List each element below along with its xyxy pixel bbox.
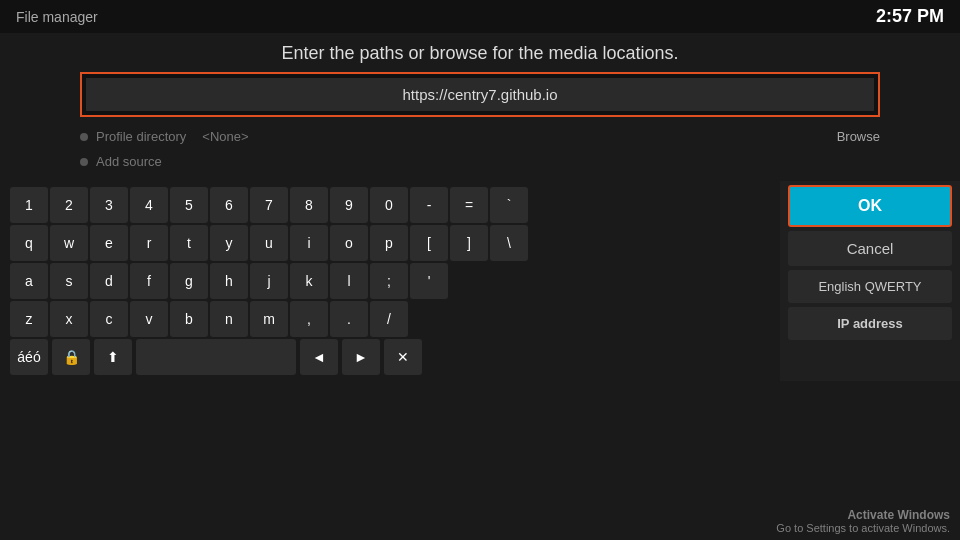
key-9[interactable]: 9 (330, 187, 368, 223)
key-8[interactable]: 8 (290, 187, 328, 223)
right-panel: OK Cancel English QWERTY IP address (780, 181, 960, 381)
browse-button[interactable]: Browse (837, 129, 880, 144)
key-quote[interactable]: ' (410, 263, 448, 299)
key-backslash[interactable]: \ (490, 225, 528, 261)
add-source-label: Add source (96, 154, 162, 169)
key-5[interactable]: 5 (170, 187, 208, 223)
cancel-button[interactable]: Cancel (788, 231, 952, 266)
key-z[interactable]: z (10, 301, 48, 337)
add-source-dot (80, 158, 88, 166)
activate-windows-watermark: Activate Windows Go to Settings to activ… (776, 508, 950, 534)
key-p[interactable]: p (370, 225, 408, 261)
key-m[interactable]: m (250, 301, 288, 337)
key-comma[interactable]: , (290, 301, 328, 337)
key-e[interactable]: e (90, 225, 128, 261)
key-semicolon[interactable]: ; (370, 263, 408, 299)
profile-label: Profile directory (96, 129, 186, 144)
key-7[interactable]: 7 (250, 187, 288, 223)
key-w[interactable]: w (50, 225, 88, 261)
key-backtick[interactable]: ` (490, 187, 528, 223)
profile-value: <None> (202, 129, 248, 144)
key-t[interactable]: t (170, 225, 208, 261)
key-r[interactable]: r (130, 225, 168, 261)
key-s[interactable]: s (50, 263, 88, 299)
key-row-asdf: a s d f g h j k l ; ' (8, 263, 772, 299)
instruction-text: Enter the paths or browse for the media … (0, 33, 960, 72)
key-f[interactable]: f (130, 263, 168, 299)
key-c[interactable]: c (90, 301, 128, 337)
activate-windows-title: Activate Windows (776, 508, 950, 522)
key-lbracket[interactable]: [ (410, 225, 448, 261)
key-h[interactable]: h (210, 263, 248, 299)
app-title: File manager (16, 9, 98, 25)
key-1[interactable]: 1 (10, 187, 48, 223)
ip-address-button[interactable]: IP address (788, 307, 952, 340)
ok-button[interactable]: OK (788, 185, 952, 227)
header: File manager 2:57 PM (0, 0, 960, 33)
key-j[interactable]: j (250, 263, 288, 299)
key-y[interactable]: y (210, 225, 248, 261)
key-i[interactable]: i (290, 225, 328, 261)
key-3[interactable]: 3 (90, 187, 128, 223)
key-2[interactable]: 2 (50, 187, 88, 223)
key-space[interactable] (136, 339, 296, 375)
key-equals[interactable]: = (450, 187, 488, 223)
key-period[interactable]: . (330, 301, 368, 337)
url-input[interactable] (86, 78, 874, 111)
key-row-qwerty: q w e r t y u i o p [ ] \ (8, 225, 772, 261)
key-rbracket[interactable]: ] (450, 225, 488, 261)
layout-button[interactable]: English QWERTY (788, 270, 952, 303)
keyboard-area: 1 2 3 4 5 6 7 8 9 0 - = ` q w e r t y u … (0, 181, 960, 381)
url-input-wrapper[interactable] (80, 72, 880, 117)
key-backspace-icon[interactable]: ✕ (384, 339, 422, 375)
profile-dot (80, 133, 88, 141)
key-slash[interactable]: / (370, 301, 408, 337)
keyboard: 1 2 3 4 5 6 7 8 9 0 - = ` q w e r t y u … (0, 181, 780, 381)
key-4[interactable]: 4 (130, 187, 168, 223)
key-q[interactable]: q (10, 225, 48, 261)
profile-row: Profile directory <None> Browse (0, 123, 960, 150)
key-row-numbers: 1 2 3 4 5 6 7 8 9 0 - = ` (8, 187, 772, 223)
activate-windows-subtitle: Go to Settings to activate Windows. (776, 522, 950, 534)
key-minus[interactable]: - (410, 187, 448, 223)
key-x[interactable]: x (50, 301, 88, 337)
clock: 2:57 PM (876, 6, 944, 27)
special-key-row: áéó 🔒 ⬆ ◄ ► ✕ (8, 339, 772, 375)
key-b[interactable]: b (170, 301, 208, 337)
key-accent[interactable]: áéó (10, 339, 48, 375)
key-shift-lock[interactable]: 🔒 (52, 339, 90, 375)
key-right[interactable]: ► (342, 339, 380, 375)
key-u[interactable]: u (250, 225, 288, 261)
key-row-zxcv: z x c v b n m , . / (8, 301, 772, 337)
key-k[interactable]: k (290, 263, 328, 299)
add-source-row[interactable]: Add source (0, 150, 960, 173)
key-n[interactable]: n (210, 301, 248, 337)
key-left[interactable]: ◄ (300, 339, 338, 375)
key-g[interactable]: g (170, 263, 208, 299)
key-caps[interactable]: ⬆ (94, 339, 132, 375)
key-d[interactable]: d (90, 263, 128, 299)
key-l[interactable]: l (330, 263, 368, 299)
key-o[interactable]: o (330, 225, 368, 261)
key-6[interactable]: 6 (210, 187, 248, 223)
key-v[interactable]: v (130, 301, 168, 337)
key-a[interactable]: a (10, 263, 48, 299)
key-0[interactable]: 0 (370, 187, 408, 223)
